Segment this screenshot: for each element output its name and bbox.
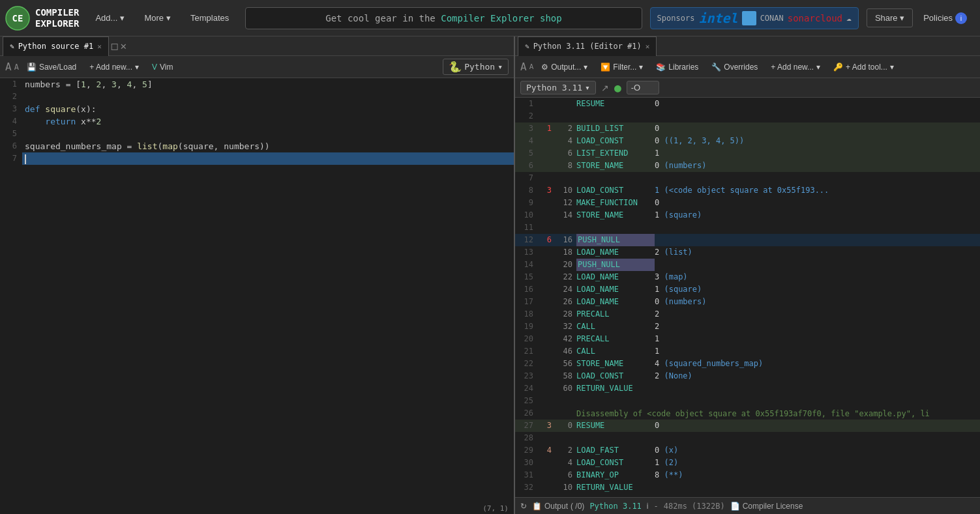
asm-row: 8 3 10 LOAD_CONST 1 (<code object square… — [515, 184, 980, 197]
libraries-button[interactable]: 📚 Libraries — [651, 60, 704, 74]
asm-row: 15 22 LOAD_NAME 3 (map) — [515, 271, 980, 283]
code-line-6: squared_numbers_map = list(map(square, n… — [22, 140, 514, 152]
vim-button[interactable]: V Vim — [147, 60, 178, 74]
promo-banner: Get cool gear in the Compiler Explorer s… — [245, 7, 642, 29]
asm-row: 4 4 LOAD_CONST 0 ((1, 2, 3, 4, 5)) — [515, 135, 980, 147]
editor-tab[interactable]: ✎ Python source #1 ✕ — [3, 36, 109, 56]
font-size-label: A — [5, 61, 12, 73]
font-a-icon: A — [520, 61, 527, 73]
timing-value: 482ms (1322B) — [664, 502, 725, 511]
more-chevron-icon: ▾ — [166, 13, 171, 23]
output-area[interactable]: 1 RESUME 0 2 3 1 2 BUILD_LIST 0 — [515, 98, 980, 497]
bottom-status-bar: ↻ 📋 Output ( /0) Python 3.11 i - 482ms (… — [515, 497, 980, 514]
compiler-tab-close-icon[interactable]: ✕ — [646, 42, 650, 51]
asm-row: 32 10 RETURN_VALUE — [515, 481, 980, 494]
editor-close-icon[interactable]: ✕ — [120, 40, 126, 52]
filter-button[interactable]: 🔽 Filter... ▾ — [595, 60, 648, 74]
output-count: ( /0) — [571, 502, 584, 511]
output-label: Output — [544, 502, 568, 511]
filter-icon: 🔽 — [601, 63, 610, 72]
sonar-logo: sonarcloud — [788, 13, 842, 23]
add-menu-button[interactable]: Add... ▾ — [87, 8, 133, 27]
asm-output: 1 RESUME 0 2 3 1 2 BUILD_LIST 0 — [515, 98, 980, 494]
logo-text: COMPILER EXPLORER — [35, 7, 79, 29]
asm-row: 13 18 LOAD_NAME 2 (list) — [515, 246, 980, 259]
settings-icon: ⚙ — [541, 63, 548, 72]
editor-tab-close-icon[interactable]: ✕ — [97, 42, 102, 51]
info-button[interactable]: i — [647, 502, 649, 511]
code-line-4: return x**2 — [22, 115, 514, 128]
logo-icon: CE — [5, 6, 30, 31]
asm-row: 17 26 LOAD_NAME 0 (numbers) — [515, 296, 980, 308]
compiler-tab[interactable]: ✎ Python 3.11 (Editor #1) ✕ — [518, 36, 657, 56]
asm-row: 9 12 MAKE_FUNCTION 0 — [515, 197, 980, 209]
output-bottom-button[interactable]: 📋 Output ( /0) — [532, 502, 584, 511]
language-selector[interactable]: 🐍 Python ▾ — [443, 59, 509, 75]
overrides-button[interactable]: 🔧 Overrides — [706, 60, 763, 74]
vim-icon: V — [152, 63, 157, 72]
filter-chevron-icon: ▾ — [639, 63, 643, 72]
overrides-icon: 🔧 — [711, 63, 721, 72]
libraries-icon: 📚 — [656, 63, 666, 72]
add-chevron-icon: ▾ — [120, 13, 125, 23]
compiler-toolbar: A A ⚙ Output... ▾ 🔽 Filter... ▾ 📚 Librar… — [515, 56, 980, 78]
add-new-compiler-chevron-icon: ▾ — [816, 63, 820, 72]
asm-row: 14 20 PUSH_NULL — [515, 259, 980, 271]
policies-button[interactable]: Policies i — [915, 8, 975, 28]
editor-tab-bar: ✎ Python source #1 ✕ □ ✕ — [0, 36, 514, 56]
intel-logo: intel — [698, 10, 737, 26]
asm-row: 5 6 LIST_EXTEND 1 — [515, 147, 980, 160]
compiler-chevron-icon: ▾ — [585, 83, 590, 93]
add-new-button[interactable]: + Add new... ▾ — [84, 60, 144, 74]
asm-row-disasm: 26 Disassembly of <code object square at… — [515, 407, 980, 420]
promo-link[interactable]: Compiler Explorer shop — [441, 13, 561, 23]
asm-row: 18 28 PRECALL 2 — [515, 308, 980, 321]
editor-maximize-icon[interactable]: □ — [111, 40, 118, 52]
asm-row: 2 — [515, 110, 980, 122]
asm-row: 24 60 RETURN_VALUE — [515, 382, 980, 395]
refresh-button[interactable]: ↻ — [520, 502, 527, 511]
save-icon: 💾 — [27, 63, 37, 72]
add-tool-chevron-icon: ▾ — [890, 63, 894, 72]
editor-status: (7, 1) — [483, 504, 509, 513]
asm-row: 25 — [515, 395, 980, 407]
more-menu-button[interactable]: More ▾ — [136, 8, 179, 27]
external-link-button[interactable]: ↗ — [601, 83, 609, 93]
conan-logo-icon — [742, 11, 756, 25]
compiler-selector[interactable]: Python 3.11 ▾ — [520, 81, 596, 94]
save-load-button[interactable]: 💾 Save/Load — [22, 60, 82, 74]
code-line-3: def square(x): — [22, 103, 514, 115]
asm-row: 7 — [515, 172, 980, 184]
code-line-7 — [22, 152, 514, 165]
compiler-selector-bar: Python 3.11 ▾ ↗ ● — [515, 78, 980, 98]
topbar: CE COMPILER EXPLORER Add... ▾ More ▾ Tem… — [0, 0, 980, 36]
code-content: numbers = [1, 2, 3, 4, 5] def square(x):… — [22, 78, 514, 165]
compiler-options-input[interactable] — [627, 81, 659, 94]
compiler-version-label: Python 3.11 — [589, 502, 641, 511]
editor-toolbar: A A 💾 Save/Load + Add new... ▾ V Vim 🐍 P… — [0, 56, 514, 78]
asm-row: 20 42 PRECALL 1 — [515, 333, 980, 345]
code-line-1: numbers = [1, 2, 3, 4, 5] — [22, 78, 514, 91]
templates-button[interactable]: Templates — [182, 8, 237, 27]
add-new-compiler-button[interactable]: + Add new... ▾ — [765, 60, 825, 74]
asm-row: 28 — [515, 432, 980, 444]
compiler-license-button[interactable]: 📄 Compiler License — [730, 502, 803, 511]
main-area: ✎ Python source #1 ✕ □ ✕ A A 💾 Save/Load… — [0, 36, 980, 514]
right-buttons: Share ▾ Policies i — [867, 8, 975, 28]
add-tool-icon: 🔑 — [833, 63, 843, 72]
python-icon: 🐍 — [449, 61, 462, 73]
output-chevron-icon: ▾ — [584, 63, 587, 72]
editor-area[interactable]: 1 2 3 4 5 6 7 numbers = [1, 2, 3, 4, 5] … — [0, 78, 514, 514]
editor-tab-edit-icon: ✎ — [10, 42, 14, 51]
asm-row: 29 4 2 LOAD_FAST 0 (x) — [515, 444, 980, 457]
add-tool-button[interactable]: 🔑 + Add tool... ▾ — [828, 60, 899, 74]
asm-row: 10 14 STORE_NAME 1 (square) — [515, 209, 980, 221]
svg-text:CE: CE — [12, 13, 23, 23]
output-button[interactable]: ⚙ Output... ▾ — [536, 60, 593, 74]
asm-row: 11 — [515, 221, 980, 234]
asm-row: 3 1 2 BUILD_LIST 0 — [515, 122, 980, 135]
share-button[interactable]: Share ▾ — [867, 8, 913, 27]
asm-row: 1 RESUME 0 — [515, 98, 980, 110]
sponsors-area: Sponsors intel CONAN sonarcloud ☁ — [650, 7, 859, 29]
conan-label: CONAN — [760, 14, 784, 23]
